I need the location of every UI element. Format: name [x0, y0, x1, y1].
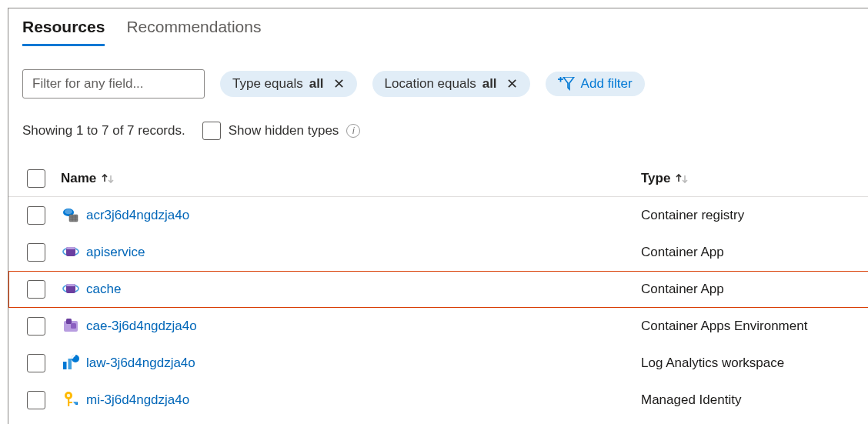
- filter-pill-type-value: all: [309, 76, 324, 92]
- capp-icon: [62, 243, 79, 262]
- row-checkbox[interactable]: [27, 391, 45, 409]
- resources-panel: Resources Recommendations Type equals al…: [8, 8, 868, 424]
- row-checkbox[interactable]: [27, 354, 45, 372]
- filter-bar: Type equals all ✕ Location equals all ✕ …: [8, 69, 868, 98]
- svg-point-3: [65, 209, 72, 214]
- cae-icon: [62, 317, 79, 336]
- svg-rect-24: [68, 399, 69, 406]
- resource-type: Container App: [641, 282, 856, 297]
- column-type-label: Type: [641, 171, 670, 186]
- svg-rect-20: [68, 359, 72, 369]
- sort-icon: [675, 172, 689, 185]
- svg-rect-25: [69, 402, 72, 403]
- resource-type: Container registry: [641, 208, 856, 223]
- svg-rect-18: [71, 323, 76, 329]
- mi-icon: [62, 391, 79, 410]
- info-icon[interactable]: i: [346, 124, 360, 138]
- tabs: Resources Recommendations: [8, 18, 868, 46]
- status-row: Showing 1 to 7 of 7 records. Show hidden…: [8, 122, 868, 140]
- resources-table: Name Type acr3j6d4ngdzja4oContainer regi…: [8, 160, 868, 419]
- resource-link[interactable]: cae-3j6d4ngdzja4o: [86, 319, 197, 334]
- table-row: mi-3j6d4ngdzja4oManaged Identity: [8, 382, 868, 419]
- resource-type: Managed Identity: [641, 392, 856, 408]
- svg-rect-12: [66, 247, 75, 249]
- resource-type: Container App: [641, 245, 856, 260]
- svg-rect-19: [63, 362, 67, 369]
- column-name-label: Name: [61, 171, 96, 186]
- svg-point-23: [67, 393, 70, 396]
- table-row: apiserviceContainer App: [8, 234, 868, 271]
- resource-link[interactable]: cache: [86, 282, 121, 297]
- resource-link[interactable]: mi-3j6d4ngdzja4o: [86, 392, 189, 408]
- filter-pill-location-prefix: Location equals: [385, 76, 476, 92]
- sort-icon: [101, 172, 115, 185]
- tab-recommendations[interactable]: Recommendations: [126, 18, 261, 46]
- add-filter-button[interactable]: Add filter: [546, 72, 645, 96]
- resource-type: Container Apps Environment: [641, 319, 856, 334]
- records-count: Showing 1 to 7 of 7 records.: [22, 123, 185, 139]
- law-icon: [62, 354, 79, 373]
- close-icon[interactable]: ✕: [503, 75, 518, 92]
- row-checkbox[interactable]: [27, 280, 45, 299]
- filter-plus-icon: [558, 77, 575, 91]
- show-hidden-types[interactable]: Show hidden types i: [202, 122, 361, 140]
- table-row: law-3j6d4ngdzja4oLog Analytics workspace: [8, 345, 868, 382]
- row-checkbox[interactable]: [27, 317, 45, 336]
- show-hidden-label: Show hidden types: [229, 123, 339, 139]
- column-type[interactable]: Type: [641, 171, 856, 186]
- table-row: acr3j6d4ngdzja4oContainer registry: [8, 197, 868, 234]
- svg-rect-17: [66, 319, 72, 324]
- filter-pill-location-value: all: [482, 76, 497, 92]
- filter-input[interactable]: [22, 69, 205, 98]
- resource-link[interactable]: acr3j6d4ngdzja4o: [86, 208, 189, 223]
- row-checkbox[interactable]: [27, 243, 45, 262]
- column-name[interactable]: Name: [61, 171, 641, 186]
- select-all-checkbox[interactable]: [27, 169, 45, 188]
- add-filter-label: Add filter: [581, 76, 633, 92]
- resource-link[interactable]: apiservice: [86, 245, 145, 260]
- resource-type: Log Analytics workspace: [641, 356, 856, 371]
- show-hidden-checkbox[interactable]: [202, 122, 221, 140]
- tab-resources[interactable]: Resources: [22, 18, 105, 46]
- filter-pill-type-prefix: Type equals: [232, 76, 303, 92]
- row-checkbox[interactable]: [27, 206, 45, 225]
- capp-icon: [62, 280, 79, 299]
- filter-pill-location[interactable]: Location equals all ✕: [372, 71, 530, 97]
- acr-icon: [62, 206, 79, 225]
- svg-rect-4: [69, 215, 78, 222]
- filter-pill-type[interactable]: Type equals all ✕: [220, 71, 357, 97]
- close-icon[interactable]: ✕: [330, 75, 345, 92]
- resource-link[interactable]: law-3j6d4ngdzja4o: [86, 356, 195, 371]
- svg-rect-15: [66, 284, 75, 286]
- table-header: Name Type: [8, 160, 868, 197]
- table-row: cacheContainer App: [8, 271, 868, 308]
- table-row: cae-3j6d4ngdzja4oContainer Apps Environm…: [8, 308, 868, 345]
